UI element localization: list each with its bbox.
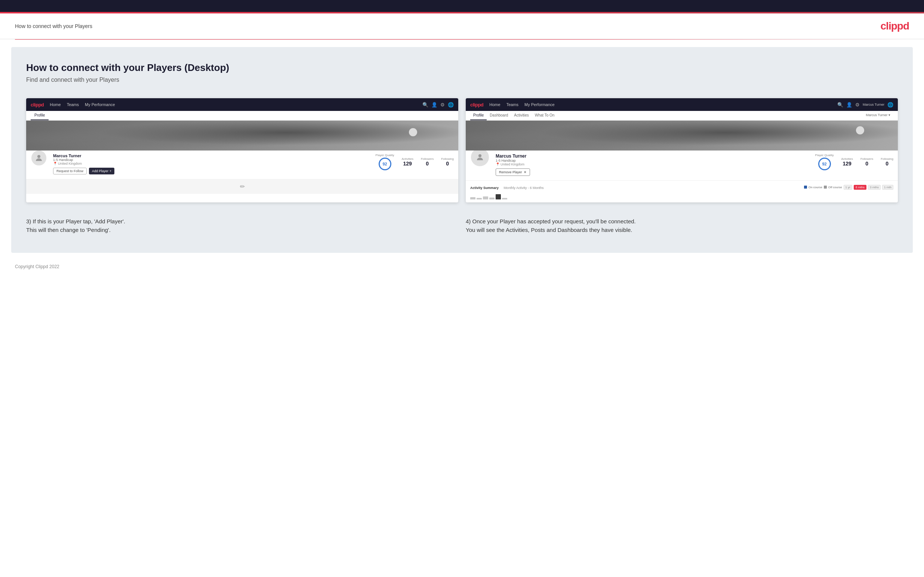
header-title: How to connect with your Players xyxy=(15,23,92,29)
mock-nav-right: clippd Home Teams My Performance 🔍 👤 ⚙ M… xyxy=(466,98,898,111)
bar-1 xyxy=(470,197,475,200)
time-btn-1yr[interactable]: 1 yr xyxy=(844,185,852,190)
activity-labels: Activity Summary Monthly Activity - 6 Mo… xyxy=(470,184,543,190)
activity-controls: On course Off course 1 yr 6 mths 3 mths … xyxy=(804,185,893,190)
main-title: How to connect with your Players (Deskto… xyxy=(26,62,898,74)
mock-nav-teams-left: Teams xyxy=(67,102,79,107)
stat-value-followers-left: 0 xyxy=(421,161,434,166)
bar-4 xyxy=(489,198,494,200)
tab-profile-right[interactable]: Profile xyxy=(470,111,487,120)
mock-nav-left: clippd Home Teams My Performance 🔍 👤 ⚙ 🌐 xyxy=(26,98,458,111)
description-right: 4) Once your Player has accepted your re… xyxy=(466,218,898,234)
mock-profile-right: Marcus Turner 1-5 Handicap 📍 United King… xyxy=(466,150,898,181)
stat-following-left: Following 0 xyxy=(441,157,454,166)
player-handicap-right: 1-5 Handicap xyxy=(496,159,809,163)
request-follow-btn[interactable]: Request to Follow xyxy=(53,168,87,174)
mock-profile-left: Marcus Turner 1-5 Handicap 📍 United King… xyxy=(26,150,458,179)
player-name-right: Marcus Turner xyxy=(496,153,809,159)
descriptions-row: 3) If this is your Player tap, 'Add Play… xyxy=(26,218,898,234)
mock-hero-right xyxy=(466,121,898,150)
golf-ball-left xyxy=(409,128,417,136)
stat-value-activities-right: 129 xyxy=(841,161,853,166)
mock-nav-perf-right: My Performance xyxy=(524,102,555,107)
close-icon: ✕ xyxy=(524,170,527,174)
stat-value-followers-right: 0 xyxy=(861,161,873,166)
quality-right: Player Quality 92 xyxy=(815,153,834,170)
time-btn-1mth[interactable]: 1 mth xyxy=(882,185,893,190)
stat-value-following-right: 0 xyxy=(880,161,893,166)
hero-img-left xyxy=(26,121,458,150)
globe-icon-left: 🌐 xyxy=(448,102,454,108)
mock-nav-icons-right: 🔍 👤 ⚙ Marcus Turner 🌐 xyxy=(837,102,893,108)
location-pin-right: 📍 xyxy=(496,163,500,166)
quality-label-left: Player Quality xyxy=(376,153,394,157)
quality-left: Player Quality 92 xyxy=(376,153,394,170)
legend-label-on-course: On course xyxy=(809,185,822,189)
tab-what-to-on-right[interactable]: What To On xyxy=(532,111,558,120)
pencil-icon: ✏ xyxy=(240,183,245,190)
settings-icon-right: ⚙ xyxy=(855,102,860,108)
tab-dashboard-right[interactable]: Dashboard xyxy=(487,111,511,120)
screenshot-left: clippd Home Teams My Performance 🔍 👤 ⚙ 🌐… xyxy=(26,98,458,202)
description-left: 3) If this is your Player tap, 'Add Play… xyxy=(26,218,458,234)
stat-label-following-right: Following xyxy=(880,157,893,161)
mock-hero-left xyxy=(26,121,458,150)
player-name-left: Marcus Turner xyxy=(53,153,370,158)
legend-dot-on-course xyxy=(804,185,807,189)
activity-chart xyxy=(470,192,893,200)
time-btn-3mths[interactable]: 3 mths xyxy=(868,185,880,190)
quality-label-right: Player Quality xyxy=(815,153,834,157)
player-location-left: 📍 United Kingdom xyxy=(53,162,370,166)
golf-ball-right xyxy=(856,126,864,134)
description-text-right: 4) Once your Player has accepted your re… xyxy=(466,218,898,234)
page-footer: Copyright Clippd 2022 xyxy=(0,260,924,277)
mock-tabs-right: Profile Dashboard Activities What To On … xyxy=(466,111,898,121)
add-player-btn[interactable]: Add Player + xyxy=(89,168,115,174)
activity-title: Activity Summary xyxy=(470,186,499,190)
user-selector: Marcus Turner ▾ xyxy=(863,111,893,120)
main-content: How to connect with your Players (Deskto… xyxy=(11,47,913,253)
mock-nav-home-left: Home xyxy=(50,102,61,107)
mock-bottom-left: ✏ xyxy=(26,179,458,194)
tab-profile-left[interactable]: Profile xyxy=(31,111,48,120)
player-info-right: Marcus Turner 1-5 Handicap 📍 United King… xyxy=(496,153,809,176)
search-icon-left: 🔍 xyxy=(422,102,428,108)
stat-label-activities-right: Activities xyxy=(841,157,853,161)
avatar-left xyxy=(31,150,47,166)
description-text-left: 3) If this is your Player tap, 'Add Play… xyxy=(26,218,458,234)
search-icon-right: 🔍 xyxy=(837,102,843,108)
bar-2 xyxy=(477,198,482,200)
user-icon-right: 👤 xyxy=(846,102,852,108)
mock-logo-left: clippd xyxy=(31,102,44,108)
stat-label-following-left: Following xyxy=(441,157,454,161)
time-btn-6mths[interactable]: 6 mths xyxy=(854,185,866,190)
stat-label-followers-left: Followers xyxy=(421,157,434,161)
mock-stats-right: Player Quality 92 Activities 129 Followe… xyxy=(815,153,893,170)
settings-icon-left: ⚙ xyxy=(440,102,445,108)
mock-logo-right: clippd xyxy=(470,102,483,108)
player-info-left: Marcus Turner 1-5 Handicap 📍 United King… xyxy=(53,153,370,174)
stat-followers-right: Followers 0 xyxy=(861,157,873,166)
remove-player-btn[interactable]: Remove Player ✕ xyxy=(496,168,530,176)
bar-5 xyxy=(496,194,501,200)
bar-6 xyxy=(502,198,507,200)
activity-bar: Activity Summary Monthly Activity - 6 Mo… xyxy=(466,181,898,202)
mock-nav-teams-right: Teams xyxy=(506,102,519,107)
mock-nav-home-right: Home xyxy=(489,102,500,107)
stat-activities-right: Activities 129 xyxy=(841,157,853,166)
top-bar xyxy=(0,0,924,12)
stat-activities-left: Activities 129 xyxy=(401,157,414,166)
mock-tabs-left: Profile xyxy=(26,111,458,121)
mock-stats-left: Player Quality 92 Activities 129 Followe… xyxy=(376,153,454,170)
quality-circle-left: 92 xyxy=(379,158,391,170)
header-divider xyxy=(15,39,909,40)
mock-nav-perf-left: My Performance xyxy=(85,102,115,107)
mock-nav-icons-left: 🔍 👤 ⚙ 🌐 xyxy=(422,102,454,108)
stat-followers-left: Followers 0 xyxy=(421,157,434,166)
legend-label-off-course: Off course xyxy=(828,185,842,189)
globe-icon-right: 🌐 xyxy=(887,102,893,108)
location-pin-left: 📍 xyxy=(53,162,57,166)
brand-logo: clippd xyxy=(880,20,909,32)
tab-activities-right[interactable]: Activities xyxy=(511,111,531,120)
stat-following-right: Following 0 xyxy=(880,157,893,166)
